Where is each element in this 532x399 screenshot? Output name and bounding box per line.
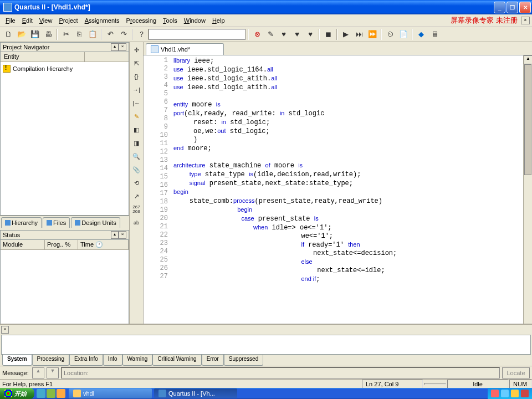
nav-pin-icon[interactable]: ▴ xyxy=(111,43,119,51)
tool-icon[interactable]: ✎ xyxy=(264,28,277,40)
save-icon[interactable]: 💾 xyxy=(29,28,41,40)
indent-icon[interactable]: →| xyxy=(131,84,142,95)
tab-error[interactable]: Error xyxy=(202,355,224,366)
report-icon[interactable]: 📄 xyxy=(397,28,410,40)
tab-extra-info[interactable]: Extra Info xyxy=(69,355,103,366)
cursor-icon[interactable]: ✢ xyxy=(131,44,142,55)
location-field[interactable] xyxy=(61,367,500,378)
minimize-button[interactable]: _ xyxy=(494,2,505,13)
start-button[interactable]: 开始 xyxy=(0,388,34,399)
undo-icon[interactable]: ↶ xyxy=(104,28,116,40)
status-idle: Idle xyxy=(447,380,508,388)
tab-critical-warning[interactable]: Critical Warning xyxy=(152,355,201,366)
project-nav-title: Project Navigator ▴× xyxy=(0,42,129,52)
copy-icon[interactable]: ⎘ xyxy=(73,28,85,40)
tray-icon-1[interactable] xyxy=(491,390,499,397)
cut-icon[interactable]: ✂ xyxy=(60,28,72,40)
statusbar: For Help, press F1 Ln 27, Col 9 Idle NUM xyxy=(0,379,532,388)
menu-edit[interactable]: Edit xyxy=(19,16,36,25)
print-icon[interactable]: 🖶 xyxy=(42,28,54,40)
status-close-icon[interactable]: × xyxy=(119,231,126,239)
step-icon[interactable]: ⏭ xyxy=(353,28,365,40)
timing-icon[interactable]: ⏲ xyxy=(384,28,396,40)
status-panel-title: Status ▴× xyxy=(0,230,129,240)
tray-icon-3[interactable] xyxy=(511,390,519,397)
ie2-icon[interactable] xyxy=(47,389,55,398)
find-icon[interactable]: 🔍 xyxy=(131,151,142,162)
menu-tools[interactable]: Tools xyxy=(160,16,181,25)
bookmark2-icon[interactable]: ◨ xyxy=(131,137,142,149)
task-vhdl[interactable]: vhdl xyxy=(69,388,152,398)
mdi-close-button[interactable]: × xyxy=(521,17,530,24)
highlight-icon[interactable]: ✎ xyxy=(131,111,142,122)
entity-column[interactable]: Entity xyxy=(1,52,85,62)
open-icon[interactable]: 📂 xyxy=(16,28,28,40)
system-tray[interactable] xyxy=(488,388,532,399)
module-column[interactable]: Module xyxy=(1,240,45,249)
tree-item-compilation[interactable]: Compilation Hierarchy xyxy=(3,64,126,73)
stop-icon[interactable]: ⊗ xyxy=(251,28,263,40)
stop2-icon[interactable]: ◼ xyxy=(322,28,334,40)
tab-warning[interactable]: Warning xyxy=(122,355,153,366)
tab-design-units[interactable]: Design Units xyxy=(71,217,120,228)
close-button[interactable]: ✕ xyxy=(519,2,531,13)
vscroll-thumb[interactable] xyxy=(524,64,531,175)
tab-files[interactable]: Files xyxy=(43,217,70,228)
design-icon xyxy=(75,220,80,226)
menu-processing[interactable]: Processing xyxy=(123,16,160,25)
message-list[interactable] xyxy=(1,335,531,355)
locate-button[interactable]: Locate xyxy=(502,367,530,378)
window-title: Quartus II - [Vhdl1.vhd*] xyxy=(14,3,494,11)
bookmark-icon[interactable]: ◧ xyxy=(131,124,142,135)
msg-close-icon[interactable]: × xyxy=(1,326,9,334)
vscrollbar[interactable]: ▲ ▼ xyxy=(523,55,532,348)
ab-icon[interactable]: ab xyxy=(131,217,142,228)
menu-help[interactable]: Help xyxy=(209,16,228,25)
tray-icon-4[interactable] xyxy=(521,390,529,397)
tab-hierarchy[interactable]: Hierarchy xyxy=(1,217,42,228)
editor-tab-vhdl1[interactable]: Vhdl1.vhd* xyxy=(146,43,224,55)
nav-close-icon[interactable]: × xyxy=(119,43,126,51)
play-icon[interactable]: ▶ xyxy=(340,28,352,40)
task-quartus[interactable]: Quartus II - [Vh... xyxy=(154,388,237,398)
msg-next-button[interactable]: ▼ xyxy=(47,367,59,378)
menu-project[interactable]: Project xyxy=(55,16,81,25)
heart2-icon[interactable]: ♥ xyxy=(291,28,303,40)
goto-icon[interactable]: ↗ xyxy=(131,191,142,202)
quartus-icon xyxy=(158,390,166,397)
app-icon xyxy=(3,3,12,12)
tab-processing[interactable]: Processing xyxy=(32,355,69,366)
heart1-icon[interactable]: ♥ xyxy=(278,28,290,40)
ie-icon[interactable] xyxy=(37,389,45,398)
scroll-up-icon[interactable]: ▲ xyxy=(524,55,532,64)
skip-icon[interactable]: ⏩ xyxy=(366,28,378,40)
tab-suppressed[interactable]: Suppressed xyxy=(224,355,263,366)
prog-column[interactable]: Prog.. % xyxy=(45,240,78,249)
replace-icon[interactable]: ⟲ xyxy=(131,177,142,188)
menu-view[interactable]: View xyxy=(36,16,56,25)
menu-assignments[interactable]: Assignments xyxy=(81,16,123,25)
chip-icon[interactable]: ◆ xyxy=(415,28,427,40)
select-icon[interactable]: ⇱ xyxy=(131,58,142,69)
msg-prev-button[interactable]: ▲ xyxy=(32,367,44,378)
programmer-icon[interactable]: 🖥 xyxy=(428,28,441,40)
tray-icon-2[interactable] xyxy=(501,390,509,397)
paste-icon[interactable]: 📋 xyxy=(86,28,99,40)
project-combo[interactable] xyxy=(149,29,245,40)
clip-icon[interactable]: 📎 xyxy=(131,164,142,175)
menu-file[interactable]: File xyxy=(2,16,19,25)
status-pin-icon[interactable]: ▴ xyxy=(111,231,119,239)
media-icon[interactable] xyxy=(57,389,65,398)
new-icon[interactable]: 🗋 xyxy=(2,28,14,40)
code-area[interactable]: library ieee; use ieee.std_logic_1164.al… xyxy=(171,55,532,348)
outdent-icon[interactable]: |← xyxy=(131,98,142,109)
heart3-icon[interactable]: ♥ xyxy=(304,28,316,40)
brace-icon[interactable]: {} xyxy=(131,71,142,82)
tab-info[interactable]: Info xyxy=(103,355,122,366)
menu-window[interactable]: Window xyxy=(181,16,209,25)
help-cursor-icon[interactable]: ？ xyxy=(135,28,147,40)
redo-icon[interactable]: ↷ xyxy=(117,28,130,40)
maximize-button[interactable]: ❐ xyxy=(507,2,518,13)
time-column[interactable]: Time 🕐 xyxy=(78,240,129,249)
tab-system[interactable]: System xyxy=(2,355,32,366)
